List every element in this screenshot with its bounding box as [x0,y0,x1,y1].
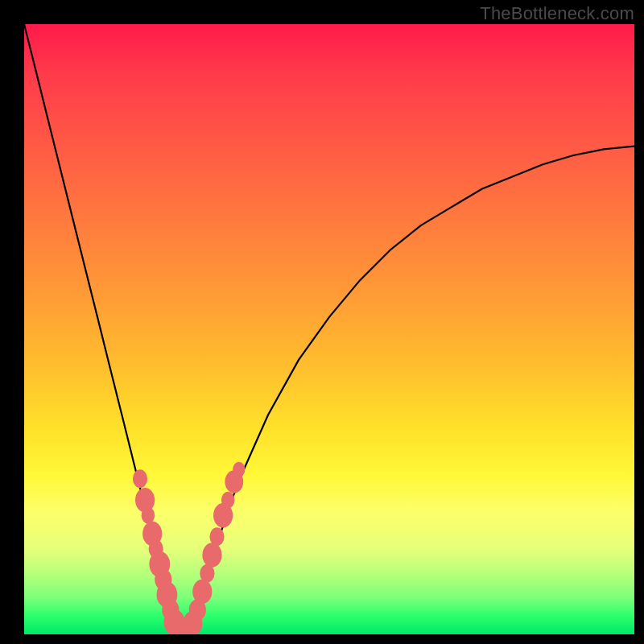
data-marker [221,492,235,509]
data-marker [233,462,245,477]
chart-frame: TheBottleneck.com [0,0,644,644]
watermark-text: TheBottleneck.com [480,3,634,24]
data-marker [192,580,212,604]
plot-area [24,24,634,634]
data-markers [133,462,246,634]
data-marker [142,507,155,524]
data-marker [209,527,224,546]
bottleneck-curve [24,24,634,634]
curve-overlay [24,24,634,634]
data-marker [202,543,221,567]
data-marker [133,469,147,488]
